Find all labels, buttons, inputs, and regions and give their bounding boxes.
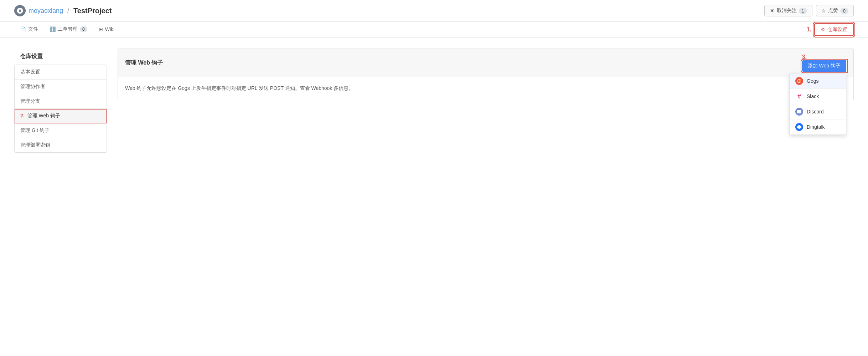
dropdown-item-dingtalk[interactable]: Dingtalk — [790, 119, 846, 134]
description-text-1: Web 钩子允许您设定在 Gogs 上发生指定事件时对指定 URL 发送 POS… — [125, 85, 332, 91]
file-icon: 📄 — [20, 26, 26, 32]
content-description: Web 钩子允许您设定在 Gogs 上发生指定事件时对指定 URL 发送 POS… — [125, 84, 846, 93]
slack-icon: # — [795, 92, 803, 100]
content-area: 管理 Web 钩子 3. 添加 Web 钩子 Gogs — [118, 49, 854, 153]
dropdown-slack-label: Slack — [807, 93, 819, 99]
dropdown-dingtalk-label: Dingtalk — [807, 124, 825, 130]
path-separator: / — [67, 7, 69, 15]
username-link[interactable]: moyaoxiang — [29, 7, 63, 15]
discord-icon — [795, 108, 803, 116]
tab-files[interactable]: 📄 文件 — [14, 22, 44, 37]
sidebar-item-webhooks[interactable]: 2. 管理 Web 钩子 — [15, 109, 107, 123]
dingtalk-icon — [795, 123, 803, 131]
content-body: Web 钩子允许您设定在 Gogs 上发生指定事件时对指定 URL 发送 POS… — [118, 77, 854, 100]
dropdown-item-slack[interactable]: # Slack — [790, 89, 846, 104]
content-header: 管理 Web 钩子 3. 添加 Web 钩子 Gogs — [118, 49, 854, 77]
sidebar-webhooks-label: 管理 Web 钩子 — [27, 113, 60, 118]
tab-wiki[interactable]: ⊞ Wiki — [93, 22, 120, 37]
dropdown-item-gogs[interactable]: Gogs — [790, 73, 846, 89]
star-count: 0 — [840, 8, 848, 14]
sidebar-item-deploy-keys[interactable]: 管理部署密钥 — [15, 138, 107, 152]
gogs-icon — [795, 77, 803, 85]
watch-button[interactable]: 👁 取消关注 1 — [764, 5, 812, 16]
add-webhook-button[interactable]: 添加 Web 钩子 — [802, 60, 846, 72]
repo-name: TestProject — [73, 7, 112, 15]
settings-button[interactable]: ⚙ 仓库设置 — [814, 23, 854, 36]
star-label: 点赞 — [828, 7, 838, 14]
sidebar: 仓库设置 基本设置 管理协作者 管理分支 2. 管理 Web 钩子 管理 Git… — [14, 49, 107, 153]
sidebar-title: 仓库设置 — [14, 49, 107, 65]
issue-icon: ℹ️ — [50, 26, 56, 32]
webhook-type-dropdown: Gogs # Slack Discord — [789, 73, 846, 135]
annotation-1: 1. — [807, 26, 811, 33]
wiki-icon: ⊞ — [99, 26, 103, 32]
content-title: 管理 Web 钩子 — [125, 59, 163, 67]
nav-tabs: 📄 文件 ℹ️ 工单管理 0 ⊞ Wiki 1. ⚙ 仓库设置 — [0, 22, 868, 38]
tab-issues-label: 工单管理 — [58, 26, 78, 32]
settings-label: 仓库设置 — [827, 26, 847, 33]
sidebar-item-basic[interactable]: 基本设置 — [15, 65, 107, 80]
top-bar: moyaoxiang / TestProject 👁 取消关注 1 ☆ 点赞 0 — [0, 0, 868, 22]
sidebar-item-git-hooks[interactable]: 管理 Git 钩子 — [15, 123, 107, 138]
dropdown-gogs-label: Gogs — [807, 78, 818, 84]
watch-label: 取消关注 — [777, 7, 797, 14]
gear-icon: ⚙ — [821, 27, 825, 32]
watch-count: 1 — [799, 8, 807, 14]
star-icon: ☆ — [821, 8, 826, 14]
avatar — [14, 5, 26, 16]
annotation-2: 2. — [20, 113, 25, 118]
add-webhook-container: 3. 添加 Web 钩子 Gogs # — [802, 54, 846, 72]
star-button[interactable]: ☆ 点赞 0 — [816, 5, 854, 16]
tab-files-label: 文件 — [28, 26, 38, 32]
description-text-2: 多信息。 — [334, 85, 353, 91]
sidebar-menu: 基本设置 管理协作者 管理分支 2. 管理 Web 钩子 管理 Git 钩子 管… — [14, 65, 107, 153]
dropdown-item-discord[interactable]: Discord — [790, 104, 846, 119]
tab-wiki-label: Wiki — [105, 26, 114, 32]
issues-badge: 0 — [80, 26, 87, 32]
tab-issues[interactable]: ℹ️ 工单管理 0 — [44, 22, 93, 37]
repo-actions: 👁 取消关注 1 ☆ 点赞 0 — [764, 5, 854, 16]
annotation-3: 3. — [802, 54, 807, 60]
breadcrumb: moyaoxiang / TestProject — [14, 5, 764, 16]
eye-icon: 👁 — [770, 8, 775, 14]
sidebar-item-branches[interactable]: 管理分支 — [15, 94, 107, 109]
dropdown-discord-label: Discord — [807, 109, 823, 115]
sidebar-item-collaborators[interactable]: 管理协作者 — [15, 80, 107, 94]
main-content: 仓库设置 基本设置 管理协作者 管理分支 2. 管理 Web 钩子 管理 Git… — [0, 38, 868, 163]
